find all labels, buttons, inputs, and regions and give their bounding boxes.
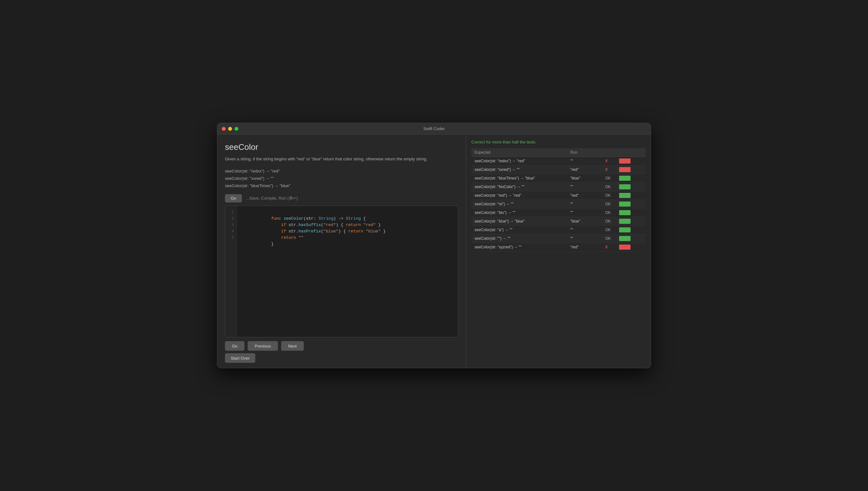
- table-row: seeColor(str: "a") → """"OK: [471, 226, 646, 234]
- start-over-button[interactable]: Start Over: [225, 353, 255, 363]
- cell-expected: seeColor(str: "blu") → "": [471, 208, 567, 217]
- cell-swatch: [616, 226, 646, 234]
- cell-status: OK: [602, 208, 616, 217]
- cell-swatch: [616, 200, 646, 208]
- cell-status: OK: [602, 191, 616, 200]
- table-row: seeColor(str: "blueTimes") → "blue""blue…: [471, 174, 646, 183]
- table-row: seeColor(str: "xyzred") → """red"X: [471, 243, 646, 252]
- go-button-top[interactable]: Go: [225, 194, 242, 202]
- cell-expected: seeColor(str: "") → "": [471, 234, 567, 243]
- previous-button[interactable]: Previous: [248, 341, 278, 351]
- line-numbers: 1 2 3 4 5: [225, 206, 237, 337]
- examples: seeColor(str: "redxx") → "red" seeColor(…: [225, 167, 458, 190]
- code-editor[interactable]: 1 2 3 4 5 func seeColor(str: String) -> …: [225, 206, 458, 337]
- cell-run: "": [567, 208, 602, 217]
- cell-status: OK: [602, 183, 616, 191]
- cell-run: "red": [567, 166, 602, 174]
- pass-indicator: [619, 193, 630, 198]
- line-num-1: 1: [232, 209, 234, 215]
- app-window: Swift Coder seeColor Given a string, if …: [217, 123, 651, 368]
- cell-status: X: [602, 166, 616, 174]
- table-row: seeColor(str: "blu") → """"OK: [471, 208, 646, 217]
- results-table: Expected Run seeColor(str: "redxx") → "r…: [471, 148, 646, 252]
- table-row: seeColor(str: "redxx") → "red"""X: [471, 157, 646, 166]
- next-button[interactable]: Next: [281, 341, 304, 351]
- cell-run: "": [567, 200, 602, 208]
- window-title: Swift Coder: [423, 126, 444, 131]
- table-row: seeColor(str: "NoColor") → """"OK: [471, 183, 646, 191]
- code-line-1: func seeColor(str: String) -> String {: [241, 209, 454, 215]
- bottom-buttons: Go Previous Next: [225, 341, 458, 351]
- cell-status: OK: [602, 234, 616, 243]
- table-row: seeColor(str: "") → """"OK: [471, 234, 646, 243]
- cell-swatch: [616, 217, 646, 226]
- maximize-button[interactable]: [235, 127, 238, 131]
- pass-indicator: [619, 202, 630, 207]
- col-run: Run: [567, 148, 602, 157]
- cell-status: OK: [602, 217, 616, 226]
- cell-swatch: [616, 166, 646, 174]
- cell-status: OK: [602, 200, 616, 208]
- cell-swatch: [616, 234, 646, 243]
- problem-description: Given a string, if the string begins wit…: [225, 156, 458, 162]
- cell-expected: seeColor(str: "blue") → "blue": [471, 217, 567, 226]
- cell-expected: seeColor(str: "NoColor") → "": [471, 183, 567, 191]
- col-status: [602, 148, 616, 157]
- code-content[interactable]: func seeColor(str: String) -> String { i…: [237, 206, 458, 337]
- example-1: seeColor(str: "redxx") → "red": [225, 167, 458, 175]
- cell-swatch: [616, 174, 646, 183]
- minimize-button[interactable]: [228, 127, 232, 131]
- table-row: seeColor(str: "red") → "red""red"OK: [471, 191, 646, 200]
- pass-indicator: [619, 176, 630, 181]
- cell-run: "red": [567, 191, 602, 200]
- fail-indicator: [619, 158, 630, 164]
- cell-run: "": [567, 234, 602, 243]
- cell-run: "": [567, 226, 602, 234]
- cell-run: "blue": [567, 217, 602, 226]
- close-button[interactable]: [222, 127, 226, 131]
- titlebar: Swift Coder: [217, 123, 651, 135]
- cell-expected: seeColor(str: "xyzred") → "": [471, 243, 567, 252]
- example-3: seeColor(str: "blueTimes") → "blue": [225, 182, 458, 190]
- go-hint: ...Save, Compile, Run (⌘↵): [246, 196, 298, 201]
- pass-indicator: [619, 236, 630, 241]
- right-panel: Correct for more than half the tests Exp…: [466, 135, 651, 368]
- cell-status: OK: [602, 174, 616, 183]
- fail-indicator: [619, 167, 630, 172]
- col-expected: Expected: [471, 148, 567, 157]
- problem-title: seeColor: [225, 142, 458, 152]
- pass-indicator: [619, 219, 630, 224]
- line-num-3: 3: [232, 222, 234, 228]
- cell-swatch: [616, 191, 646, 200]
- status-label: Correct for more than half the tests: [471, 140, 646, 144]
- col-swatch: [616, 148, 646, 157]
- cell-swatch: [616, 208, 646, 217]
- go-button-bottom[interactable]: Go: [225, 341, 244, 351]
- cell-swatch: [616, 157, 646, 166]
- cell-run: "red": [567, 243, 602, 252]
- example-2: seeColor(str: "xxred") → "": [225, 175, 458, 182]
- table-row: seeColor(str: "xxred") → """red"X: [471, 166, 646, 174]
- traffic-lights: [222, 127, 238, 131]
- pass-indicator: [619, 210, 630, 215]
- table-row: seeColor(str: "re") → """"OK: [471, 200, 646, 208]
- cell-status: X: [602, 157, 616, 166]
- cell-expected: seeColor(str: "redxx") → "red": [471, 157, 567, 166]
- cell-expected: seeColor(str: "xxred") → "": [471, 166, 567, 174]
- cell-swatch: [616, 243, 646, 252]
- line-num-2: 2: [232, 215, 234, 222]
- line-num-5: 5: [232, 235, 234, 241]
- line-num-4: 4: [232, 228, 234, 235]
- cell-run: "": [567, 157, 602, 166]
- go-bar: Go ...Save, Compile, Run (⌘↵): [225, 194, 458, 202]
- cell-expected: seeColor(str: "red") → "red": [471, 191, 567, 200]
- pass-indicator: [619, 184, 630, 190]
- left-panel: seeColor Given a string, if the string b…: [217, 135, 466, 368]
- cell-run: "blue": [567, 174, 602, 183]
- pass-indicator: [619, 227, 630, 232]
- start-over-row: Start Over: [225, 353, 458, 363]
- table-row: seeColor(str: "blue") → "blue""blue"OK: [471, 217, 646, 226]
- cell-swatch: [616, 183, 646, 191]
- cell-run: "": [567, 183, 602, 191]
- fail-indicator: [619, 244, 630, 250]
